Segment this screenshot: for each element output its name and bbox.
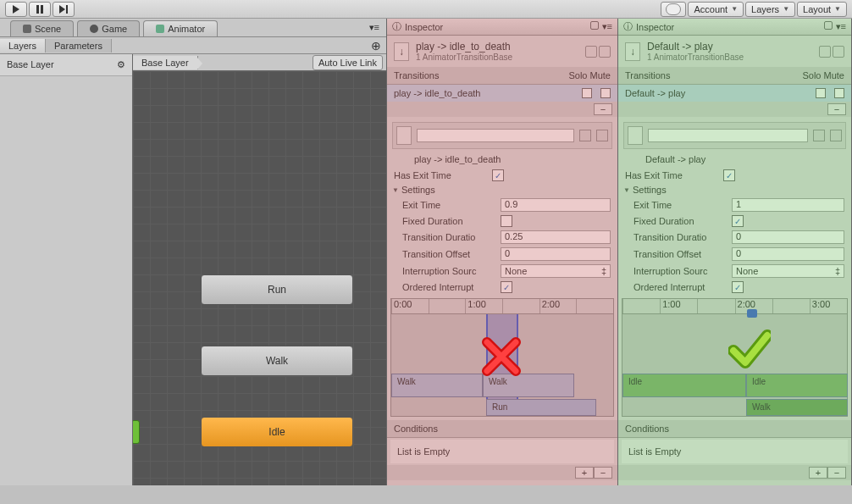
mute-checkbox[interactable] bbox=[834, 88, 844, 98]
settings-foldout[interactable]: Settings bbox=[618, 183, 851, 197]
account-label: Account bbox=[694, 4, 728, 14]
transition-duration-field[interactable]: 0 bbox=[732, 230, 844, 244]
transition-list-row[interactable]: Default -> play bbox=[618, 85, 851, 102]
gear-icon[interactable] bbox=[596, 130, 608, 141]
transition-icon bbox=[396, 126, 412, 145]
interruption-source-dropdown[interactable]: None‡ bbox=[501, 264, 611, 278]
transition-subtitle: 1 AnimatorTransitionBase bbox=[647, 53, 812, 62]
transition-offset-field[interactable]: 0 bbox=[501, 247, 611, 261]
node-run[interactable]: Run bbox=[201, 274, 353, 305]
fixed-duration-checkbox[interactable] bbox=[732, 215, 744, 227]
pause-button[interactable] bbox=[29, 2, 51, 17]
has-exit-time-checkbox[interactable] bbox=[723, 169, 735, 181]
tab-scene[interactable]: Scene bbox=[10, 20, 74, 36]
entry-node[interactable] bbox=[133, 420, 140, 444]
exit-time-field[interactable]: 1 bbox=[732, 198, 844, 212]
ordered-interrupt-checkbox bbox=[501, 281, 512, 293]
gear-icon[interactable] bbox=[599, 46, 611, 58]
fixed-duration-label: Fixed Duration bbox=[402, 216, 495, 226]
play-icon bbox=[13, 5, 19, 14]
layer-row[interactable]: Base Layer ⚙ bbox=[0, 54, 132, 76]
has-exit-time-checkbox[interactable] bbox=[492, 169, 504, 181]
animator-graph[interactable]: Base Layer Auto Live Link Ru bbox=[133, 54, 386, 485]
transition-icon: ↓ bbox=[394, 42, 409, 61]
animator-icon bbox=[156, 25, 164, 33]
lock-icon[interactable] bbox=[824, 21, 833, 30]
gear-icon[interactable]: ⚙ bbox=[117, 59, 125, 70]
add-layer-button[interactable]: ⊕ bbox=[366, 39, 386, 53]
tab-scene-label: Scene bbox=[35, 24, 61, 34]
interruption-source-dropdown[interactable]: None‡ bbox=[732, 264, 844, 278]
transition-duration-field[interactable]: 0.25 bbox=[501, 230, 611, 244]
remove-button[interactable]: − bbox=[594, 103, 612, 115]
fixed-duration-checkbox[interactable] bbox=[501, 215, 512, 227]
interruption-source-label: Interruption Sourc bbox=[633, 266, 727, 276]
transition-title: play -> idle_to_death bbox=[416, 41, 578, 53]
add-button[interactable]: + bbox=[575, 467, 594, 479]
inspector-panel-red: ⓘInspector ▾≡ ↓ play -> idle_to_death 1 … bbox=[387, 19, 618, 485]
inspector-tab-label: Inspector bbox=[405, 22, 443, 32]
timeline-clip[interactable]: Idle bbox=[622, 374, 746, 397]
transition-duration-label: Transition Duratio bbox=[402, 232, 495, 242]
tab-animator[interactable]: Animator bbox=[143, 20, 218, 36]
node-walk[interactable]: Walk bbox=[201, 346, 353, 376]
inspector-tab-label: Inspector bbox=[636, 22, 674, 32]
remove-button[interactable]: − bbox=[594, 467, 612, 479]
solo-checkbox[interactable] bbox=[816, 88, 826, 98]
gear-icon[interactable] bbox=[833, 46, 844, 58]
timeline-clip[interactable]: Idle bbox=[746, 374, 848, 397]
ordered-interrupt-checkbox bbox=[732, 281, 744, 293]
timeline-clip[interactable]: Walk bbox=[746, 399, 848, 416]
play-button[interactable] bbox=[5, 2, 27, 17]
check-icon bbox=[728, 327, 771, 369]
node-idle[interactable]: Idle bbox=[201, 417, 353, 447]
transition-row-label: Default -> play bbox=[625, 88, 685, 98]
transition-offset-field[interactable]: 0 bbox=[732, 247, 844, 261]
panel-menu-icon[interactable]: ▾≡ bbox=[602, 21, 612, 32]
subtab-layers[interactable]: Layers bbox=[0, 39, 46, 53]
help-icon[interactable] bbox=[813, 130, 825, 141]
subtab-parameters[interactable]: Parameters bbox=[46, 39, 112, 53]
help-icon[interactable] bbox=[585, 46, 597, 58]
cloud-button[interactable] bbox=[661, 2, 686, 17]
chevron-down-icon: ▼ bbox=[834, 5, 841, 13]
step-icon bbox=[59, 5, 68, 14]
layout-dropdown[interactable]: Layout▼ bbox=[797, 2, 847, 17]
exit-time-label: Exit Time bbox=[633, 200, 727, 210]
mute-checkbox[interactable] bbox=[600, 88, 611, 98]
timeline-clip[interactable]: Run bbox=[486, 399, 596, 416]
ordered-interrupt-label: Ordered Interrupt bbox=[633, 282, 727, 292]
timeline-clip[interactable]: Walk bbox=[391, 374, 483, 397]
panel-menu-icon[interactable]: ▾≡ bbox=[362, 19, 386, 36]
account-dropdown[interactable]: Account▼ bbox=[688, 2, 744, 17]
lock-icon[interactable] bbox=[590, 21, 599, 30]
add-button[interactable]: + bbox=[809, 467, 827, 479]
transition-icon bbox=[628, 126, 643, 145]
solo-checkbox[interactable] bbox=[582, 88, 592, 98]
help-icon[interactable] bbox=[819, 46, 831, 58]
inspector-icon: ⓘ bbox=[623, 20, 633, 33]
game-icon bbox=[90, 25, 98, 33]
tab-game-label: Game bbox=[102, 24, 127, 34]
gear-icon[interactable] bbox=[830, 130, 842, 141]
layers-dropdown[interactable]: Layers▼ bbox=[745, 2, 795, 17]
name-field[interactable] bbox=[648, 129, 808, 142]
remove-button[interactable]: − bbox=[827, 467, 846, 479]
remove-button[interactable]: − bbox=[827, 103, 846, 115]
name-field[interactable] bbox=[417, 129, 574, 142]
step-button[interactable] bbox=[53, 2, 75, 17]
panel-menu-icon[interactable]: ▾≡ bbox=[836, 21, 846, 32]
ordered-interrupt-label: Ordered Interrupt bbox=[402, 282, 495, 292]
exit-time-field[interactable]: 0.9 bbox=[501, 198, 611, 212]
transition-title: Default -> play bbox=[647, 41, 812, 53]
help-icon[interactable] bbox=[579, 130, 591, 141]
conditions-empty: List is Empty bbox=[390, 440, 614, 463]
chevron-down-icon: ▼ bbox=[783, 5, 789, 13]
inspector-panel-green: ⓘInspector ▾≡ ↓ Default -> play 1 Animat… bbox=[618, 19, 852, 485]
settings-foldout[interactable]: Settings bbox=[387, 183, 617, 197]
tab-game[interactable]: Game bbox=[77, 20, 140, 36]
has-exit-time-label: Has Exit Time bbox=[625, 170, 718, 180]
section-transitions: Transitions bbox=[394, 70, 439, 80]
fixed-duration-label: Fixed Duration bbox=[633, 216, 727, 226]
transition-list-row[interactable]: play -> idle_to_death bbox=[387, 85, 617, 102]
